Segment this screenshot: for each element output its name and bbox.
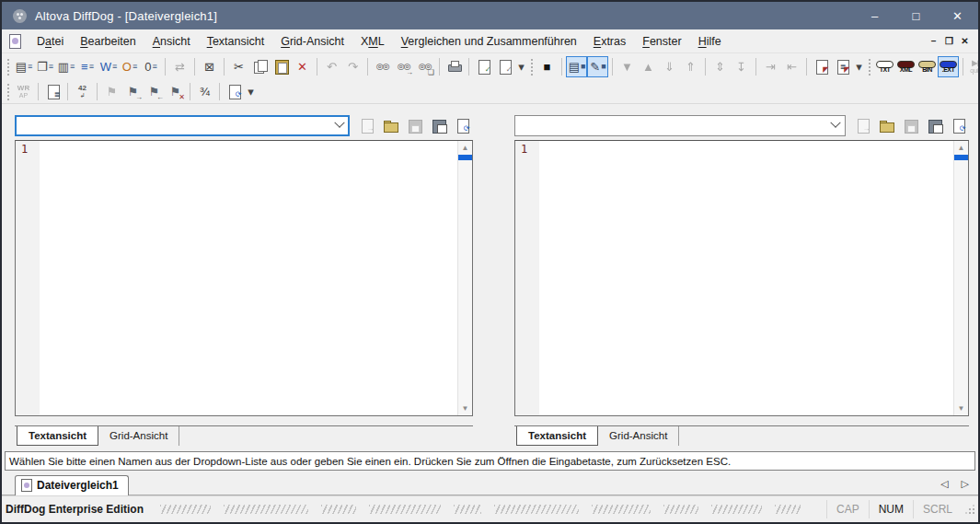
tab-grid-ansicht[interactable]: Grid-Ansicht [598,426,679,446]
menu-xml[interactable]: XML [352,32,393,51]
copy-left-to-right-icon[interactable]: ⇥ [760,56,781,77]
options-dropdown-icon-2[interactable]: ▾ [245,81,257,102]
black-square-icon[interactable]: ■ [536,56,558,77]
menu-vergleichen[interactable]: Vergleichen und Zusammenführen [393,32,585,51]
tab-grid-ansicht[interactable]: Grid-Ansicht [98,426,179,446]
new-tree-comparison-icon[interactable]: ▥≡ [55,56,76,77]
scroll-down-icon[interactable]: ▼ [954,402,968,415]
new-database-comparison-icon[interactable]: O≡ [119,56,140,77]
quick-comparison-icon[interactable]: ▶▶quick [967,56,980,77]
mdi-minimize-button[interactable]: – [926,36,941,46]
close-button[interactable]: ✕ [937,2,978,29]
cut-icon[interactable]: ✂ [228,56,249,77]
pretty-print-icon[interactable]: ≣ [42,81,63,102]
previous-bookmark-icon[interactable]: ⚑← [144,81,165,102]
left-file-combobox[interactable] [15,115,350,136]
next-difference-icon[interactable]: ▼ [617,56,638,77]
left-pane-active-toggle[interactable]: ▤■ [566,56,587,77]
last-difference-icon[interactable]: ⇓ [659,56,680,77]
next-conflict-icon[interactable]: ↧ [731,56,752,77]
left-edit-area[interactable] [40,141,457,415]
left-file-input[interactable] [16,116,330,135]
format-ext-button[interactable]: .EXT [938,56,959,77]
next-bookmark-icon[interactable]: ⚑→ [122,81,144,102]
right-file-combobox[interactable] [514,115,846,136]
toolbar-grip[interactable] [529,57,534,76]
menu-grid-ansicht[interactable]: Grid-Ansicht [272,32,352,51]
maximize-button[interactable]: □ [895,2,937,29]
paste-icon[interactable] [271,56,292,77]
scroll-down-icon[interactable]: ▼ [458,402,472,415]
chevron-down-icon[interactable] [826,116,845,135]
check-wellformedness-icon[interactable]: ✓ [494,56,515,77]
resize-grip[interactable] [963,503,976,516]
toolbar-grip[interactable] [6,82,10,100]
tab-textansicht[interactable]: Textansicht [516,426,598,446]
goto-line-icon[interactable]: 42↲ [72,81,93,102]
comparison-options-icon[interactable]: ⟳ [224,81,245,102]
reload-file-icon[interactable]: ⟳ [452,115,473,136]
right-file-input[interactable] [515,116,826,135]
left-scrollbar[interactable]: ▲ ▼ [457,141,472,415]
new-word-comparison-icon[interactable]: W≡ [98,56,119,77]
menu-textansicht[interactable]: Textansicht [199,32,273,51]
ignore-case-toggle[interactable]: ¾ [194,81,215,102]
right-edit-area[interactable] [539,141,953,415]
mdi-restore-button[interactable]: ❐ [941,36,957,46]
open-file-icon[interactable] [876,115,897,136]
redo-icon[interactable]: ↷ [342,56,363,77]
minimize-button[interactable]: – [854,2,895,29]
scroll-up-icon[interactable]: ▲ [954,141,968,155]
open-in-comparison-icon[interactable]: → [852,115,873,136]
save-as-icon[interactable] [924,115,945,136]
new-file-comparison-icon[interactable]: ▤≡ [13,56,34,77]
menu-ansicht[interactable]: Ansicht [144,32,199,51]
open-file-icon[interactable] [380,115,401,136]
save-file-icon[interactable] [404,115,425,136]
menu-extras[interactable]: Extras [585,32,634,51]
right-scrollbar[interactable]: ▲ ▼ [953,141,968,415]
menu-bearbeiten[interactable]: Bearbeiten [72,32,144,51]
copy-icon[interactable] [249,56,271,77]
format-xml-button[interactable]: XML [895,56,917,77]
validate-icon[interactable]: ✓ [473,56,494,77]
tab-scroll-left-icon[interactable]: ◁ [940,478,948,490]
new-directory-comparison-icon[interactable]: ❐≡ [34,56,55,77]
left-editor[interactable]: 1 ▲ ▼ [15,140,473,416]
scroll-track[interactable] [954,160,968,402]
new-data-comparison-icon[interactable]: 0≡ [140,56,161,77]
word-wrap-icon[interactable]: WRAP [13,81,34,102]
format-txt-button[interactable]: TXT [874,56,895,77]
options-dropdown-icon[interactable]: ▾ [853,56,865,77]
menu-hilfe[interactable]: Hilfe [690,32,730,51]
clear-comparison-icon[interactable]: ⊠ [199,56,220,77]
toolbar-grip[interactable] [6,57,10,76]
mdi-close-button[interactable]: ✕ [957,36,973,46]
scroll-track[interactable] [458,160,472,402]
new-xml-comparison-icon[interactable]: ≡≡ [76,56,98,77]
synchronize-icon[interactable]: ⇄ [169,56,190,77]
menu-datei[interactable]: Datei [29,32,72,51]
document-tab-dateivergleich1[interactable]: Dateivergleich1 [15,475,129,495]
file-options-icon[interactable]: ◤ [811,56,832,77]
find-icon[interactable]: ◎◎ [372,56,393,77]
open-in-comparison-icon[interactable]: → [356,115,377,136]
undo-icon[interactable]: ↶ [321,56,342,77]
find-next-icon[interactable]: ◎◎→ [393,56,414,77]
reload-file-icon[interactable]: ⟳ [948,115,969,136]
current-difference-icon[interactable]: ⇕ [709,56,731,77]
bookmark-icon[interactable]: ⚑ [101,81,122,102]
copy-right-to-left-icon[interactable]: ⇤ [781,56,802,77]
save-as-icon[interactable] [428,115,449,136]
delete-icon[interactable]: ✕ [292,56,313,77]
validate-dropdown-icon[interactable]: ▾ [515,56,527,77]
editing-enabled-toggle[interactable]: ✎■ [587,56,608,77]
menu-fenster[interactable]: Fenster [634,32,689,51]
delete-bookmarks-icon[interactable]: ⚑✕ [165,81,186,102]
format-bin-button[interactable]: BIN [917,56,938,77]
chevron-down-icon[interactable] [330,116,349,135]
find-in-files-icon[interactable]: ◎◎❏ [414,56,435,77]
previous-difference-icon[interactable]: ▲ [638,56,659,77]
text-options-icon[interactable]: ≣◤ [832,56,853,77]
right-editor[interactable]: 1 ▲ ▼ [514,140,969,416]
